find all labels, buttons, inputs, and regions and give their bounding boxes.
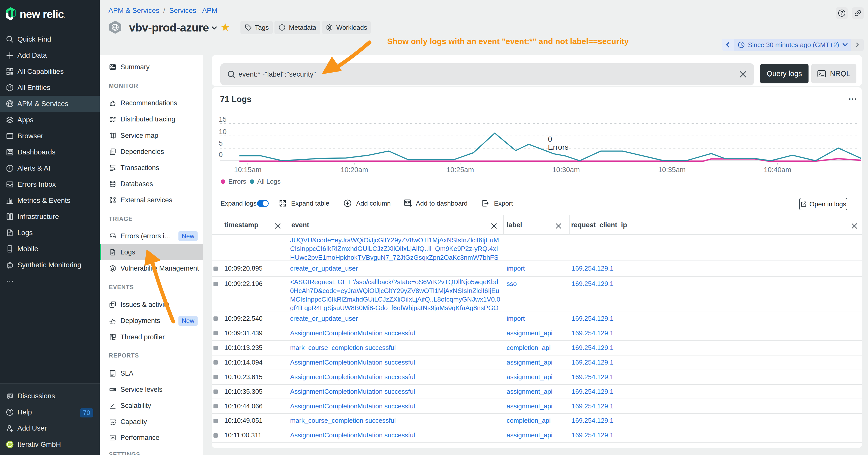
svg-text:Errors: Errors — [548, 143, 568, 151]
svg-text:5: 5 — [219, 139, 223, 147]
svg-text:new relic.: new relic. — [20, 8, 64, 20]
svg-text:10:25am: 10:25am — [446, 166, 474, 173]
svg-text:10:15am: 10:15am — [234, 166, 261, 173]
svg-text:10:35am: 10:35am — [658, 166, 686, 173]
svg-text:0: 0 — [219, 151, 223, 159]
svg-text:10:20am: 10:20am — [341, 166, 368, 173]
svg-text:10:40am: 10:40am — [764, 166, 792, 173]
svg-text:10:30am: 10:30am — [553, 166, 580, 173]
svg-text:0: 0 — [548, 135, 552, 143]
svg-text:15: 15 — [219, 116, 226, 123]
svg-text:10: 10 — [219, 128, 226, 135]
